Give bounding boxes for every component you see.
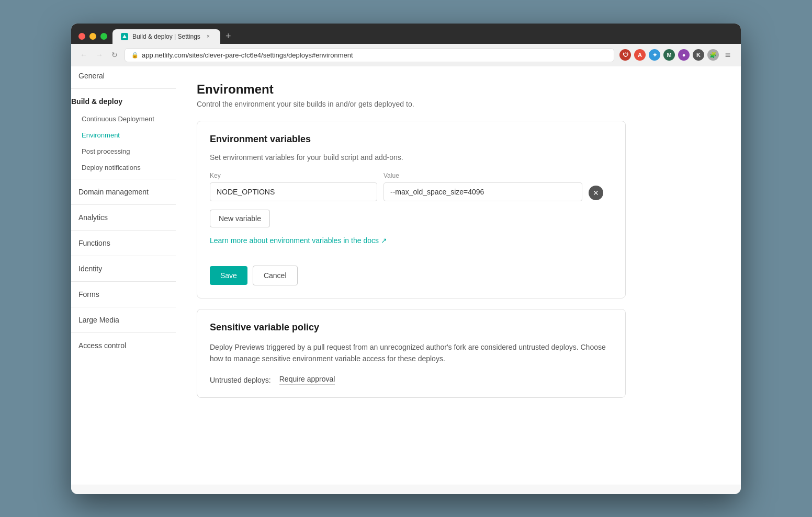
back-button[interactable]: ← <box>78 49 89 61</box>
svg-marker-0 <box>122 35 127 38</box>
require-approval[interactable]: Require approval <box>279 375 335 385</box>
sidebar-sub-continuous-deployment[interactable]: Continuous Deployment <box>71 111 176 127</box>
traffic-light-red[interactable] <box>78 33 85 40</box>
sidebar-item-identity[interactable]: Identity <box>71 259 176 278</box>
page-title: Environment <box>197 82 626 97</box>
tab-close-button[interactable]: × <box>205 33 212 40</box>
remove-var-button[interactable]: ✕ <box>589 186 603 200</box>
ext-icon-avatar[interactable]: ● <box>678 49 690 61</box>
sidebar-item-functions[interactable]: Functions <box>71 234 176 252</box>
netlify-icon <box>121 33 128 40</box>
traffic-light-green[interactable] <box>100 33 107 40</box>
sidebar-sub-deploy-notifications[interactable]: Deploy notifications <box>71 159 176 176</box>
divider-1 <box>71 88 176 89</box>
save-button[interactable]: Save <box>210 266 247 285</box>
ext-icon-m[interactable]: M <box>663 49 675 61</box>
key-label: Key <box>210 172 377 179</box>
docs-link[interactable]: Learn more about environment variables i… <box>210 236 387 245</box>
browser-tab[interactable]: Build & deploy | Settings × <box>112 29 220 44</box>
sidebar-item-analytics[interactable]: Analytics <box>71 208 176 227</box>
env-vars-card: Environment variables Set environment va… <box>197 121 626 298</box>
ext-icon-2[interactable]: A <box>634 49 646 61</box>
divider-6 <box>71 281 176 282</box>
divider-4 <box>71 230 176 231</box>
divider-5 <box>71 256 176 256</box>
env-vars-desc: Set environment variables for your build… <box>210 153 613 162</box>
value-label: Value <box>384 172 582 179</box>
ext-icon-puzzle[interactable]: 🧩 <box>707 49 719 61</box>
brave-shield-icon[interactable]: 🛡 <box>619 49 631 61</box>
page-subtitle: Control the environment your site builds… <box>197 100 626 108</box>
page-wrapper: General Build & deploy Continuous Deploy… <box>71 66 741 494</box>
key-input[interactable] <box>210 182 377 201</box>
menu-icon[interactable]: ≡ <box>722 49 734 61</box>
sidebar-item-large-media[interactable]: Large Media <box>71 311 176 329</box>
ext-icon-3[interactable]: ✦ <box>649 49 660 61</box>
url-text: app.netlify.com/sites/clever-pare-cfc6e4… <box>142 51 353 59</box>
sensitive-row: Untrusted deploys: Require approval <box>210 375 613 385</box>
value-input[interactable] <box>384 182 582 201</box>
cancel-button[interactable]: Cancel <box>253 266 298 285</box>
ext-icon-k[interactable]: K <box>693 49 704 61</box>
browser-extensions: 🛡 A ✦ M ● K 🧩 ≡ <box>619 49 734 61</box>
sidebar-item-general[interactable]: General <box>71 66 176 85</box>
key-field-group: Key <box>210 172 377 201</box>
divider-2 <box>71 179 176 179</box>
env-vars-title: Environment variables <box>210 134 613 145</box>
sensitive-desc: Deploy Previews triggered by a pull requ… <box>210 341 613 365</box>
env-var-row: Key Value ✕ <box>210 172 613 201</box>
address-bar[interactable]: 🔒 app.netlify.com/sites/clever-pare-cfc6… <box>125 48 614 62</box>
traffic-light-yellow[interactable] <box>89 33 96 40</box>
divider-8 <box>71 332 176 333</box>
value-field-group: Value <box>384 172 582 201</box>
sidebar-item-domain-management[interactable]: Domain management <box>71 182 176 201</box>
sensitive-title: Sensitive variable policy <box>210 322 613 333</box>
divider-3 <box>71 204 176 205</box>
untrusted-label: Untrusted deploys: <box>210 376 271 384</box>
reload-button[interactable]: ↻ <box>110 49 119 61</box>
sidebar: General Build & deploy Continuous Deploy… <box>71 66 186 485</box>
new-tab-button[interactable]: + <box>221 29 235 44</box>
main-content: Environment Control the environment your… <box>186 66 636 485</box>
sidebar-sub-environment[interactable]: Environment <box>71 127 176 143</box>
btn-row: Save Cancel <box>210 266 613 285</box>
sidebar-item-access-control[interactable]: Access control <box>71 336 176 355</box>
sensitive-var-card: Sensitive variable policy Deploy Preview… <box>197 309 626 398</box>
sidebar-item-build-deploy[interactable]: Build & deploy <box>71 92 176 111</box>
new-variable-button[interactable]: New variable <box>210 210 270 227</box>
sidebar-sub-post-processing[interactable]: Post processing <box>71 143 176 159</box>
divider-7 <box>71 307 176 307</box>
sidebar-item-forms[interactable]: Forms <box>71 285 176 304</box>
tab-title: Build & deploy | Settings <box>132 33 200 40</box>
nav-bar: ← → ↻ 🔒 app.netlify.com/sites/clever-par… <box>71 44 741 66</box>
forward-button[interactable]: → <box>94 49 105 61</box>
lock-icon: 🔒 <box>131 52 139 59</box>
